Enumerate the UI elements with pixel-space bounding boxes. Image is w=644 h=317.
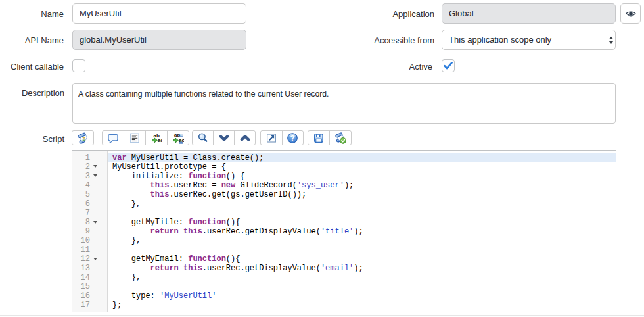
svg-text:ac: ac — [158, 137, 162, 143]
svg-text:?: ? — [290, 134, 295, 142]
